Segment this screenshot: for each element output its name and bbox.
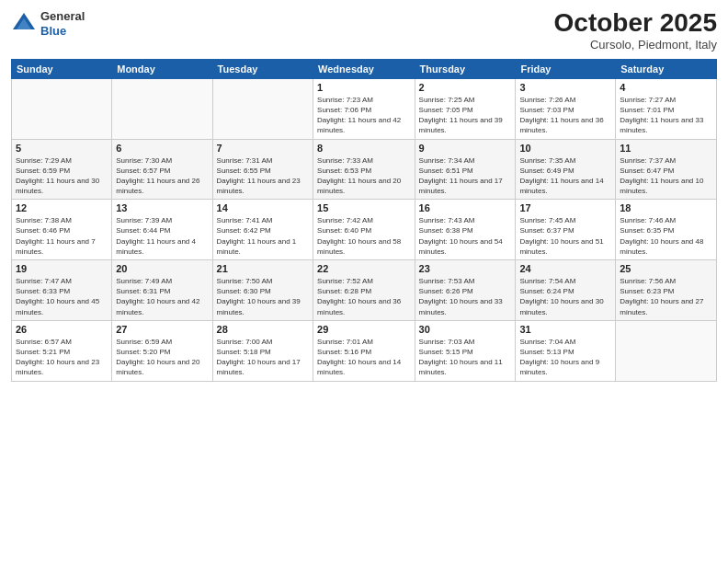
calendar-cell: 25Sunrise: 7:56 AM Sunset: 6:23 PM Dayli… [616,260,717,321]
weekday-sunday: Sunday [12,59,112,78]
day-info: Sunrise: 7:29 AM Sunset: 6:59 PM Dayligh… [16,155,108,197]
day-number: 21 [217,263,309,274]
calendar-cell: 7Sunrise: 7:31 AM Sunset: 6:55 PM Daylig… [212,139,313,200]
calendar-cell: 29Sunrise: 7:01 AM Sunset: 5:16 PM Dayli… [313,320,415,381]
day-info: Sunrise: 7:26 AM Sunset: 7:03 PM Dayligh… [519,95,611,136]
day-info: Sunrise: 7:23 AM Sunset: 7:06 PM Dayligh… [317,95,411,136]
day-number: 10 [519,143,611,154]
day-number: 5 [16,143,108,154]
day-info: Sunrise: 7:42 AM Sunset: 6:40 PM Dayligh… [317,215,411,257]
calendar-cell: 23Sunrise: 7:53 AM Sunset: 6:26 PM Dayli… [415,260,516,321]
day-number: 27 [116,324,208,335]
day-number: 14 [217,202,309,213]
calendar-cell: 11Sunrise: 7:37 AM Sunset: 6:47 PM Dayli… [616,139,717,200]
calendar-cell: 15Sunrise: 7:42 AM Sunset: 6:40 PM Dayli… [313,200,415,260]
calendar: SundayMondayTuesdayWednesdayThursdayFrid… [11,59,717,382]
month-title: October 2025 [554,9,717,38]
calendar-cell: 18Sunrise: 7:46 AM Sunset: 6:35 PM Dayli… [616,200,717,260]
day-number: 2 [419,82,512,93]
calendar-week-row: 1Sunrise: 7:23 AM Sunset: 7:06 PM Daylig… [12,78,717,139]
calendar-cell [12,78,112,139]
calendar-week-row: 19Sunrise: 7:47 AM Sunset: 6:33 PM Dayli… [12,260,717,321]
day-number: 18 [620,202,712,213]
calendar-cell [212,78,313,139]
day-number: 1 [317,82,411,93]
day-info: Sunrise: 7:53 AM Sunset: 6:26 PM Dayligh… [419,276,512,317]
calendar-cell: 8Sunrise: 7:33 AM Sunset: 6:53 PM Daylig… [313,139,415,200]
calendar-cell: 5Sunrise: 7:29 AM Sunset: 6:59 PM Daylig… [12,139,112,200]
calendar-cell: 1Sunrise: 7:23 AM Sunset: 7:06 PM Daylig… [313,78,415,139]
calendar-cell: 6Sunrise: 7:30 AM Sunset: 6:57 PM Daylig… [112,139,212,200]
day-number: 20 [116,263,208,274]
day-info: Sunrise: 7:27 AM Sunset: 7:01 PM Dayligh… [620,95,712,136]
day-number: 30 [419,324,512,335]
calendar-cell: 28Sunrise: 7:00 AM Sunset: 5:18 PM Dayli… [212,320,313,381]
calendar-cell: 19Sunrise: 7:47 AM Sunset: 6:33 PM Dayli… [12,260,112,321]
calendar-cell: 16Sunrise: 7:43 AM Sunset: 6:38 PM Dayli… [415,200,516,260]
logo-text: General Blue [40,9,85,38]
weekday-header-row: SundayMondayTuesdayWednesdayThursdayFrid… [12,59,717,78]
calendar-cell: 27Sunrise: 6:59 AM Sunset: 5:20 PM Dayli… [112,320,212,381]
day-info: Sunrise: 6:59 AM Sunset: 5:20 PM Dayligh… [116,337,208,378]
logo-icon [11,11,37,37]
weekday-wednesday: Wednesday [313,59,415,78]
calendar-cell: 13Sunrise: 7:39 AM Sunset: 6:44 PM Dayli… [112,200,212,260]
day-number: 3 [519,82,611,93]
day-info: Sunrise: 7:49 AM Sunset: 6:31 PM Dayligh… [116,276,208,317]
day-info: Sunrise: 7:39 AM Sunset: 6:44 PM Dayligh… [116,215,208,257]
day-info: Sunrise: 7:37 AM Sunset: 6:47 PM Dayligh… [620,155,712,197]
day-number: 11 [620,143,712,154]
day-number: 24 [519,263,611,274]
calendar-cell [616,320,717,381]
day-info: Sunrise: 7:01 AM Sunset: 5:16 PM Dayligh… [317,337,411,378]
calendar-cell: 3Sunrise: 7:26 AM Sunset: 7:03 PM Daylig… [516,78,616,139]
calendar-week-row: 5Sunrise: 7:29 AM Sunset: 6:59 PM Daylig… [12,139,717,200]
calendar-cell: 4Sunrise: 7:27 AM Sunset: 7:01 PM Daylig… [616,78,717,139]
day-info: Sunrise: 7:30 AM Sunset: 6:57 PM Dayligh… [116,155,208,197]
day-number: 6 [116,143,208,154]
day-number: 25 [620,263,712,274]
day-info: Sunrise: 7:50 AM Sunset: 6:30 PM Dayligh… [217,276,309,317]
day-number: 31 [519,324,611,335]
day-info: Sunrise: 7:33 AM Sunset: 6:53 PM Dayligh… [317,155,411,197]
day-info: Sunrise: 7:56 AM Sunset: 6:23 PM Dayligh… [620,276,712,317]
day-info: Sunrise: 7:45 AM Sunset: 6:37 PM Dayligh… [519,215,611,257]
day-number: 29 [317,324,411,335]
weekday-thursday: Thursday [415,59,516,78]
day-info: Sunrise: 7:47 AM Sunset: 6:33 PM Dayligh… [16,276,108,317]
day-info: Sunrise: 7:03 AM Sunset: 5:15 PM Dayligh… [419,337,512,378]
day-number: 22 [317,263,411,274]
calendar-week-row: 26Sunrise: 6:57 AM Sunset: 5:21 PM Dayli… [12,320,717,381]
page-header: General Blue October 2025 Cursolo, Piedm… [11,9,717,52]
day-number: 4 [620,82,712,93]
weekday-tuesday: Tuesday [212,59,313,78]
day-number: 9 [419,143,512,154]
day-number: 26 [16,324,108,335]
day-info: Sunrise: 7:04 AM Sunset: 5:13 PM Dayligh… [519,337,611,378]
calendar-cell: 22Sunrise: 7:52 AM Sunset: 6:28 PM Dayli… [313,260,415,321]
logo: General Blue [11,9,85,38]
day-info: Sunrise: 7:34 AM Sunset: 6:51 PM Dayligh… [419,155,512,197]
day-info: Sunrise: 7:35 AM Sunset: 6:49 PM Dayligh… [519,155,611,197]
day-info: Sunrise: 7:52 AM Sunset: 6:28 PM Dayligh… [317,276,411,317]
day-info: Sunrise: 7:00 AM Sunset: 5:18 PM Dayligh… [217,337,309,378]
day-number: 28 [217,324,309,335]
calendar-cell: 31Sunrise: 7:04 AM Sunset: 5:13 PM Dayli… [516,320,616,381]
calendar-cell: 2Sunrise: 7:25 AM Sunset: 7:05 PM Daylig… [415,78,516,139]
day-number: 8 [317,143,411,154]
calendar-cell: 20Sunrise: 7:49 AM Sunset: 6:31 PM Dayli… [112,260,212,321]
day-info: Sunrise: 7:38 AM Sunset: 6:46 PM Dayligh… [16,215,108,257]
calendar-cell [112,78,212,139]
weekday-monday: Monday [112,59,212,78]
calendar-cell: 10Sunrise: 7:35 AM Sunset: 6:49 PM Dayli… [516,139,616,200]
day-number: 16 [419,202,512,213]
day-number: 12 [16,202,108,213]
calendar-cell: 21Sunrise: 7:50 AM Sunset: 6:30 PM Dayli… [212,260,313,321]
calendar-week-row: 12Sunrise: 7:38 AM Sunset: 6:46 PM Dayli… [12,200,717,260]
weekday-saturday: Saturday [616,59,717,78]
calendar-cell: 12Sunrise: 7:38 AM Sunset: 6:46 PM Dayli… [12,200,112,260]
day-number: 19 [16,263,108,274]
day-info: Sunrise: 7:41 AM Sunset: 6:42 PM Dayligh… [217,215,309,257]
calendar-cell: 14Sunrise: 7:41 AM Sunset: 6:42 PM Dayli… [212,200,313,260]
day-number: 17 [519,202,611,213]
